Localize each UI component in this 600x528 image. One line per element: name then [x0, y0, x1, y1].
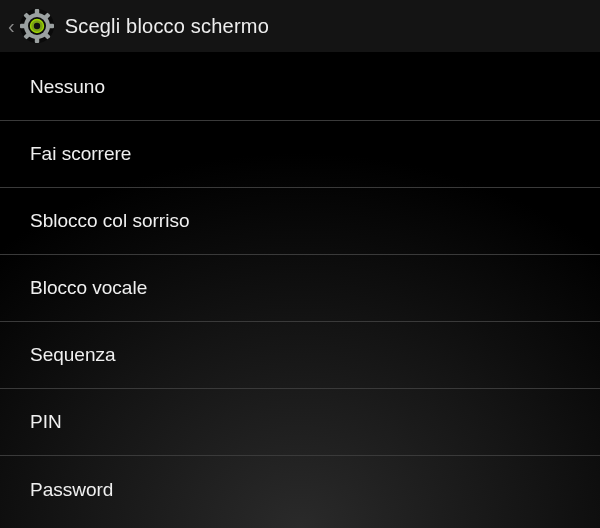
lock-options-list: Nessuno Fai scorrere Sblocco col sorriso…	[0, 54, 600, 523]
option-label: Nessuno	[30, 76, 105, 98]
option-password[interactable]: Password	[0, 456, 600, 523]
settings-gear-icon	[17, 6, 57, 46]
option-none[interactable]: Nessuno	[0, 54, 600, 121]
svg-point-12	[33, 23, 39, 29]
back-caret-icon: ‹	[4, 15, 17, 38]
option-label: Blocco vocale	[30, 277, 147, 299]
option-label: PIN	[30, 411, 62, 433]
option-label: Password	[30, 479, 113, 501]
option-slide[interactable]: Fai scorrere	[0, 121, 600, 188]
page-title: Scegli blocco schermo	[65, 15, 269, 38]
option-pin[interactable]: PIN	[0, 389, 600, 456]
action-bar[interactable]: ‹ Scegli blocco s	[0, 0, 600, 54]
option-label: Sblocco col sorriso	[30, 210, 189, 232]
option-label: Sequenza	[30, 344, 116, 366]
option-face-unlock[interactable]: Sblocco col sorriso	[0, 188, 600, 255]
option-label: Fai scorrere	[30, 143, 131, 165]
option-pattern[interactable]: Sequenza	[0, 322, 600, 389]
option-voice-unlock[interactable]: Blocco vocale	[0, 255, 600, 322]
